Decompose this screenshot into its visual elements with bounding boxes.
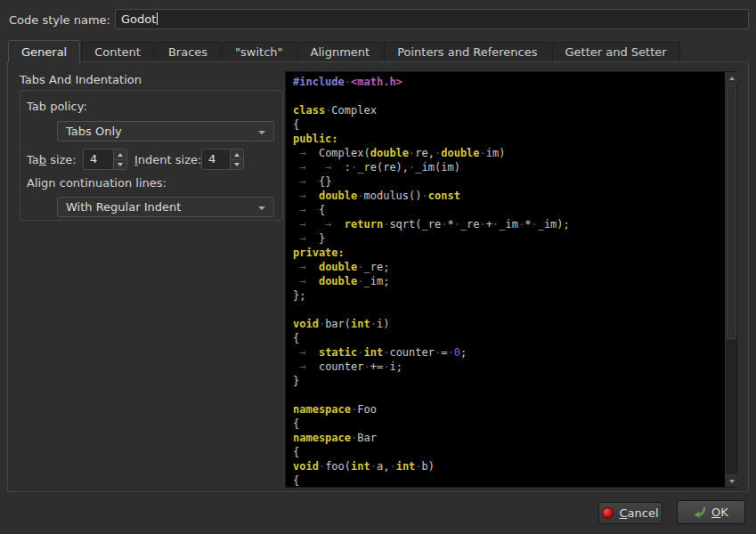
indent-size-spinbox[interactable]: 4: [201, 149, 244, 170]
code-line: → {}: [293, 174, 725, 189]
chevron-down-icon: [258, 131, 265, 134]
spin-down-button[interactable]: [114, 159, 126, 169]
tab-policy-dropdown[interactable]: Tabs Only: [57, 121, 274, 142]
code-line: → Complex(double·re,·double·im): [293, 146, 725, 160]
code-line: → static·int·counter·=·0;: [293, 345, 725, 360]
tab-pointers-and-references[interactable]: Pointers and References: [384, 42, 550, 62]
cancel-button[interactable]: Cancel: [598, 502, 663, 524]
code-preview-text: #include·<math.h> class·Complex{public: …: [286, 72, 725, 487]
cancel-icon: [602, 507, 614, 519]
tab-switch[interactable]: "switch": [222, 42, 296, 62]
chevron-down-icon: [258, 206, 265, 210]
spin-up-button[interactable]: [114, 150, 126, 159]
code-line: {: [293, 473, 725, 487]
code-line: }: [293, 374, 725, 388]
vertical-scrollbar[interactable]: [725, 72, 736, 487]
spin-up-button[interactable]: [231, 150, 243, 159]
tab-content[interactable]: Content: [81, 42, 154, 62]
code-line: #include·<math.h>: [293, 75, 725, 89]
scroll-up-arrow-icon[interactable]: [726, 72, 737, 85]
tab-getter-and-setter[interactable]: Getter and Setter: [552, 42, 680, 62]
tab-size-spinbox[interactable]: 4: [83, 149, 127, 170]
code-line: [293, 303, 725, 317]
code-preview-pane: #include·<math.h> class·Complex{public: …: [285, 71, 737, 488]
code-line: private:: [293, 246, 725, 260]
scroll-down-arrow-icon[interactable]: [726, 474, 737, 487]
code-line: class·Complex: [293, 103, 725, 117]
tab-general[interactable]: General: [8, 40, 80, 63]
tab-alignment[interactable]: Alignment: [297, 42, 384, 62]
settings-tabbar: GeneralContentBraces"switch"AlignmentPoi…: [8, 40, 681, 62]
ok-button-label: OK: [711, 506, 728, 519]
indent-size-value: 4: [208, 152, 215, 166]
code-line: void·bar(int·i): [293, 317, 725, 331]
tab-policy-selected-value: Tabs Only: [66, 125, 122, 138]
text-cursor: [157, 12, 158, 25]
code-line: → → return·sqrt(_re·*·_re·+·_im·*·_im);: [293, 217, 725, 231]
section-title-tabs-and-indentation: Tabs And Indentation: [20, 73, 142, 86]
align-continuation-label: Align continuation lines:: [27, 176, 167, 190]
code-line: → double·_re;: [293, 260, 725, 274]
code-line: namespace·Bar: [293, 431, 725, 445]
code-style-name-input[interactable]: Godot: [115, 9, 749, 29]
ok-icon: [694, 506, 706, 519]
align-continuation-dropdown[interactable]: With Regular Indent: [57, 197, 274, 217]
code-line: namespace·Foo: [293, 402, 725, 417]
code-line: void·foo(int·a,·int·b): [293, 459, 725, 473]
code-line: {: [293, 117, 725, 132]
code-style-name-label: Code style name:: [9, 13, 110, 27]
code-line: → {: [293, 203, 725, 217]
code-line: };: [293, 288, 725, 303]
tab-size-label: Tab size:: [27, 153, 77, 166]
code-line: → counter·+=·i;: [293, 360, 725, 374]
code-line: → double·modulus()·const: [293, 189, 725, 203]
tab-size-value: 4: [90, 152, 97, 166]
ok-button[interactable]: OK: [677, 500, 745, 524]
code-line: → double·_im;: [293, 274, 725, 288]
code-line: {: [293, 331, 725, 345]
code-line: {: [293, 417, 725, 431]
spin-down-button[interactable]: [231, 159, 243, 169]
code-line: [293, 388, 725, 402]
code-line: {: [293, 445, 725, 459]
tab-braces[interactable]: Braces: [155, 42, 221, 62]
spin-divider: [230, 159, 243, 160]
tab-policy-label: Tab policy:: [27, 100, 87, 113]
indent-size-label: Indent size:: [134, 153, 201, 166]
code-line: public:: [293, 132, 725, 146]
scrollbar-thumb[interactable]: [727, 85, 736, 339]
code-line: → }: [293, 231, 725, 246]
align-continuation-selected-value: With Regular Indent: [66, 200, 181, 214]
code-line: [293, 89, 725, 103]
code-style-name-value: Godot: [121, 12, 156, 26]
spin-divider: [113, 159, 126, 160]
code-line: → → :·_re(re),·_im(im): [293, 160, 725, 174]
cancel-button-label: Cancel: [619, 506, 658, 520]
